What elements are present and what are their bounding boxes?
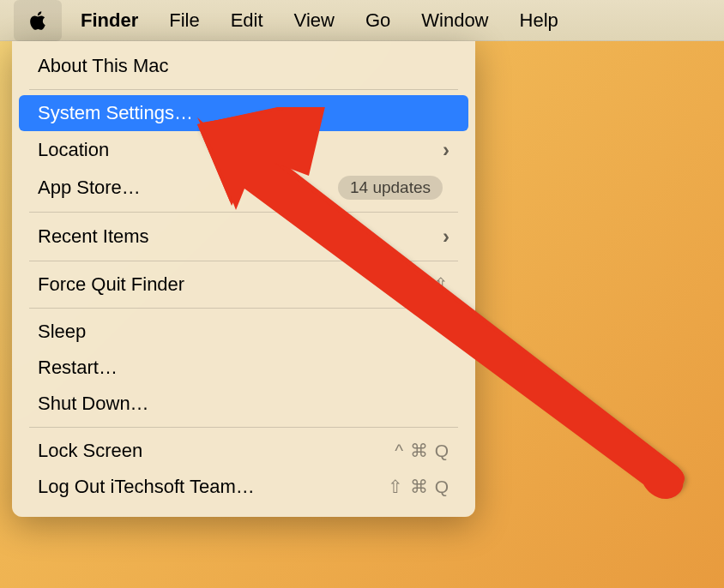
keyboard-shortcut: ⇧ ⌘ Q — [388, 477, 449, 497]
keyboard-shortcut: ⌥⇧ — [412, 274, 449, 295]
menu-item-label: Force Quit Finder — [38, 273, 184, 296]
menu-edit[interactable]: Edit — [215, 0, 279, 41]
menu-item-label: Recent Items — [38, 225, 149, 248]
menu-separator — [29, 89, 458, 90]
menu-item-label: Location — [38, 139, 109, 161]
menu-sleep[interactable]: Sleep — [19, 314, 468, 350]
menu-location[interactable]: Location › — [19, 131, 468, 169]
menu-separator — [29, 427, 458, 428]
menu-separator — [29, 212, 458, 213]
menu-item-label: Sleep — [38, 321, 86, 343]
menu-item-label: Lock Screen — [38, 440, 142, 462]
chevron-right-icon: › — [443, 225, 449, 249]
menu-window[interactable]: Window — [406, 0, 504, 41]
apple-menu-dropdown: About This Mac System Settings… Location… — [12, 41, 475, 517]
menu-help[interactable]: Help — [504, 0, 574, 41]
menu-about-this-mac[interactable]: About This Mac — [19, 48, 468, 84]
menu-recent-items[interactable]: Recent Items › — [19, 218, 468, 255]
menu-file[interactable]: File — [154, 0, 214, 41]
menu-item-label: Restart… — [38, 357, 118, 379]
menu-view[interactable]: View — [279, 0, 350, 41]
menu-finder[interactable]: Finder — [65, 0, 154, 41]
menu-item-label: About This Mac — [38, 55, 168, 77]
menu-shut-down[interactable]: Shut Down… — [19, 386, 468, 422]
chevron-right-icon: › — [443, 138, 449, 162]
menu-separator — [29, 308, 458, 309]
menu-app-store[interactable]: App Store… 14 updates — [19, 169, 468, 207]
menu-item-label: Shut Down… — [38, 393, 149, 415]
updates-badge: 14 updates — [338, 176, 443, 200]
keyboard-shortcut: ^ ⌘ Q — [395, 441, 449, 461]
menu-separator — [29, 261, 458, 261]
menu-log-out[interactable]: Log Out iTechsoft Team… ⇧ ⌘ Q — [19, 469, 468, 505]
menu-item-label: App Store… — [38, 177, 141, 199]
menu-item-label: Log Out iTechsoft Team… — [38, 476, 255, 498]
menu-system-settings[interactable]: System Settings… — [19, 95, 468, 131]
menu-restart[interactable]: Restart… — [19, 350, 468, 386]
menu-bar: Finder File Edit View Go Window Help — [0, 0, 724, 41]
apple-menu-button[interactable] — [14, 0, 62, 41]
menu-item-label: System Settings… — [38, 102, 193, 124]
menu-lock-screen[interactable]: Lock Screen ^ ⌘ Q — [19, 433, 468, 469]
menu-force-quit[interactable]: Force Quit Finder ⌥⇧ — [19, 267, 468, 303]
menu-go[interactable]: Go — [350, 0, 406, 41]
apple-logo-icon — [27, 9, 49, 32]
